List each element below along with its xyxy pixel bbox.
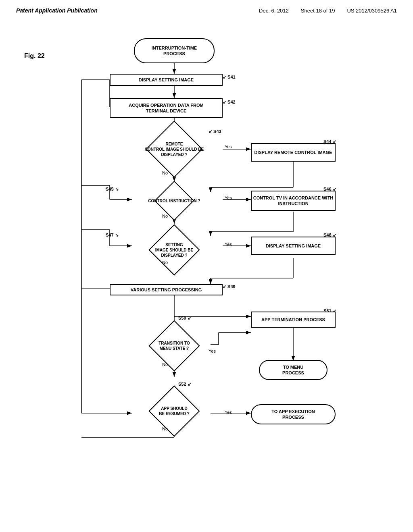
s46-node: CONTROL TV IN ACCORDANCE WITH INSTRUCTIO… bbox=[251, 191, 336, 211]
s50-label: S50 ↙ bbox=[178, 316, 191, 321]
s50-wrapper: TRANSITION TO MENU STATE ? bbox=[132, 328, 217, 364]
header-info: Dec. 6, 2012 Sheet 18 of 19 US 2012/0309… bbox=[259, 8, 397, 14]
s48-node: DISPLAY SETTING IMAGE bbox=[251, 237, 336, 255]
s43-no: No bbox=[162, 170, 168, 175]
s43-label: ↙ S43 bbox=[209, 129, 221, 134]
flowchart: INTERRUPTION-TIME PROCESS ↙ S41 DISPLAY … bbox=[25, 26, 388, 494]
s49-node: VARIOUS SETTING PROCESSING bbox=[110, 284, 223, 295]
s50-yes: Yes bbox=[209, 349, 216, 353]
s42-node: ACQUIRE OPERATION DATA FROM TERMINAL DEV… bbox=[110, 98, 223, 118]
s51-node: APP TERMINATION PROCESS bbox=[251, 312, 336, 328]
s50-text: TRANSITION TO MENU STATE ? bbox=[132, 328, 217, 364]
s43-yes: Yes bbox=[225, 144, 232, 149]
s52-wrapper: APP SHOULD BE RESUMED ? bbox=[132, 393, 217, 429]
s52-no: No bbox=[162, 426, 168, 431]
sheet-info: Sheet 18 of 19 bbox=[301, 8, 335, 14]
s45-wrapper: CONTROL INSTRUCTION ? bbox=[132, 187, 217, 215]
s47-text: SETTING IMAGE SHOULD BE DISPLAYED ? bbox=[132, 232, 217, 268]
s47-wrapper: SETTING IMAGE SHOULD BE DISPLAYED ? bbox=[132, 232, 217, 268]
s44-node: DISPLAY REMOTE CONTROL IMAGE bbox=[251, 143, 336, 162]
s48-label: S48 ↙ bbox=[323, 233, 336, 238]
s41-label: ↙ S41 bbox=[223, 75, 236, 80]
s42-label: ↙ S42 bbox=[223, 100, 236, 105]
s45-text: CONTROL INSTRUCTION ? bbox=[132, 187, 217, 215]
s45-yes: Yes bbox=[225, 195, 232, 200]
s45-no: No bbox=[162, 214, 168, 218]
page-header: Patent Application Publication Dec. 6, 2… bbox=[0, 0, 413, 18]
s52-label: S52 ↙ bbox=[178, 382, 191, 387]
to-menu-node: TO MENU PROCESS bbox=[259, 360, 327, 380]
publication-label: Patent Application Publication bbox=[16, 7, 98, 14]
s45-label: S45 ↘ bbox=[106, 187, 119, 192]
start-node: INTERRUPTION-TIME PROCESS bbox=[134, 38, 215, 63]
s44-label: S44 ↙ bbox=[323, 139, 336, 144]
patent-number: US 2012/0309526 A1 bbox=[347, 8, 397, 14]
to-app-node: TO APP EXECUTION PROCESS bbox=[251, 404, 336, 424]
s41-node: DISPLAY SETTING IMAGE bbox=[110, 74, 223, 86]
s52-text: APP SHOULD BE RESUMED ? bbox=[132, 393, 217, 429]
pub-date: Dec. 6, 2012 bbox=[259, 8, 289, 14]
s47-no: No bbox=[162, 260, 168, 265]
s49-label: ↙ S49 bbox=[223, 284, 236, 289]
s50-no: No bbox=[162, 362, 168, 367]
s51-label: S51 ↙ bbox=[323, 308, 336, 314]
s46-label: S46 ↙ bbox=[323, 187, 336, 192]
s43-text: REMOTE CONTROL IMAGE SHOULD BE DISPLAYED… bbox=[132, 129, 217, 169]
s52-yes: Yes bbox=[225, 410, 232, 415]
s43-wrapper: REMOTE CONTROL IMAGE SHOULD BE DISPLAYED… bbox=[132, 129, 217, 169]
s47-yes: Yes bbox=[225, 242, 232, 247]
s47-label: S47 ↘ bbox=[106, 233, 119, 238]
